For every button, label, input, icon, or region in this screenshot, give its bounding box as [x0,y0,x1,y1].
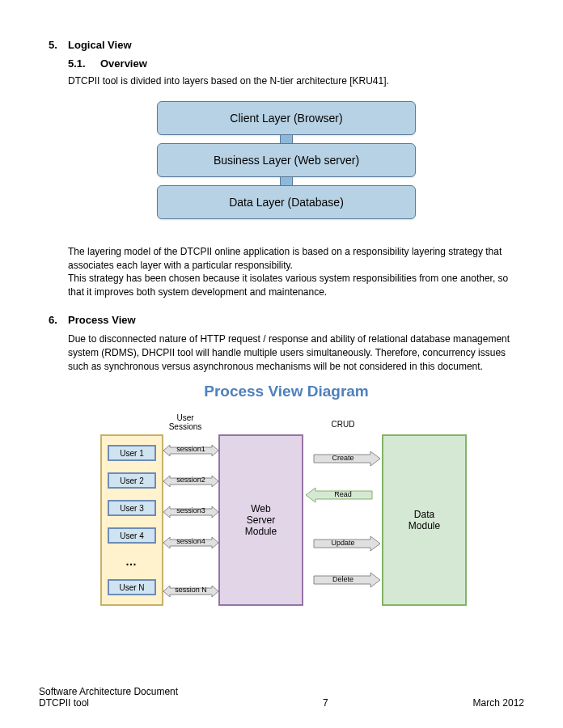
session-arrow: session3 [163,504,218,520]
crud-label-text: Read [306,490,380,498]
footer-date: March 2012 [473,697,524,709]
crud-arrow-read: Read [306,487,380,503]
section5-para2: This strategy has been chosen because it… [68,272,524,299]
crud-label-text: Update [306,539,380,547]
section5-number: 5. [49,39,68,51]
client-layer-box: Client Layer (Browser) [157,101,416,135]
section5-para1: The layering model of the DTCPII online … [68,245,524,273]
section5-1-number: 5.1. [68,57,100,70]
footer-doc: Software Architecture Document [39,686,178,697]
session-arrow: session4 [163,535,218,551]
crud-label: CRUD [319,420,367,429]
crud-label-text: Delete [306,575,380,583]
data-module: DataModule [382,434,467,606]
process-view-diagram: UserSessions CRUD User 1 User 2 User 3 U… [68,404,505,622]
session-label: session N [163,586,218,594]
section6-title: Process View [68,314,136,326]
session-arrow: session2 [163,473,218,489]
session-arrow: session1 [163,442,218,459]
section6-number: 6. [49,314,68,326]
crud-arrow-delete: Delete [306,572,380,588]
section5-1-heading: 5.1.Overview [68,57,524,70]
section6-heading: 6.Process View [49,314,524,326]
user-box: User 1 [108,445,156,461]
user-box: User 4 [108,527,156,544]
session-label: session1 [163,445,218,453]
footer-left: Software Architecture Document DTCPII to… [39,686,178,709]
session-label: session3 [163,506,218,514]
crud-arrow-update: Update [306,535,380,552]
user-ellipsis: … [125,555,138,568]
layer-diagram: Client Layer (Browser) Business Layer (W… [157,101,416,219]
session-label: session2 [163,476,218,484]
process-view-title: Process View Diagram [49,383,524,400]
user-box: User N [108,579,156,595]
footer-page: 7 [323,697,328,709]
layer-connector [280,176,293,186]
crud-label-text: Create [306,454,380,462]
section5-1-title: Overview [100,57,147,70]
web-server-module: WebServerModule [218,434,303,606]
business-layer-box: Business Layer (Web server) [157,143,416,177]
session-label: session4 [163,537,218,545]
layer-connector [280,134,293,144]
section5-title: Logical View [68,39,132,51]
document-page: 5.Logical View 5.1.Overview DTCPII tool … [0,0,563,728]
data-layer-box: Data Layer (Database) [157,185,416,219]
user-column: User 1 User 2 User 3 User 4 … User N [100,434,163,606]
user-box: User 2 [108,472,156,489]
section5-heading: 5.Logical View [49,39,524,51]
footer-tool: DTCPII tool [39,697,178,709]
section6-para: Due to disconnected nature of HTTP reque… [68,332,524,373]
crud-arrow-create: Create [306,451,380,467]
user-box: User 3 [108,500,156,516]
page-footer: Software Architecture Document DTCPII to… [39,686,524,709]
user-sessions-label: UserSessions [161,413,210,431]
section5-intro: DTCPII tool is divided into layers based… [68,74,524,88]
session-arrow: session N [163,583,218,599]
